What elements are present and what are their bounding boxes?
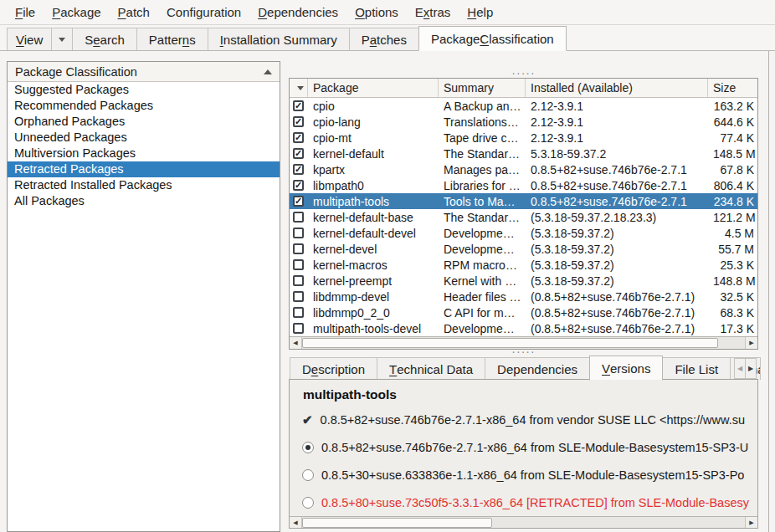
- scroll-right-icon[interactable]: ▶: [745, 517, 757, 529]
- menu-configuration[interactable]: Configuration: [158, 0, 249, 24]
- tab-patches[interactable]: Patches: [349, 28, 419, 50]
- scroll-right-icon[interactable]: ▶: [745, 337, 757, 349]
- tab-search[interactable]: Search: [72, 28, 137, 50]
- detail-tab-file-list[interactable]: File List: [662, 357, 731, 380]
- menu-file[interactable]: File: [7, 0, 44, 24]
- sidebar-header[interactable]: Package Classification: [8, 62, 280, 82]
- package-row-kernel-macros[interactable]: kernel-macrosRPM macro…(5.3.18-59.37.2)2…: [290, 257, 757, 273]
- content-frame-edge: [768, 51, 769, 532]
- menu-options[interactable]: Options: [346, 0, 407, 24]
- scrollbar-thumb[interactable]: [302, 518, 492, 528]
- package-row-kernel-preempt[interactable]: kernel-preemptKernel with …(5.3.18-59.37…: [290, 273, 757, 289]
- menu-bar: FilePackagePatchConfigurationDependencie…: [0, 0, 775, 25]
- detail-tab-description[interactable]: Description: [290, 357, 377, 380]
- package-row-cpio-lang[interactable]: ✓cpio-langTranslations…2.12-3.9.1644.6 K: [290, 114, 757, 130]
- detail-tab-dependencies[interactable]: Dependencies: [485, 357, 590, 380]
- scroll-left-icon[interactable]: ◀: [290, 517, 302, 529]
- package-row-kernel-default-base[interactable]: kernel-default-baseThe Standar…(5.3.18-5…: [290, 209, 757, 225]
- cell-summary: Developme…: [439, 322, 526, 335]
- sort-descending-icon: [297, 86, 304, 90]
- sidebar-item-all-packages[interactable]: All Packages: [8, 193, 280, 209]
- menu-extras[interactable]: Extras: [407, 0, 459, 24]
- package-row-cpio-mt[interactable]: ✓cpio-mtTape drive c…2.12-3.9.177.4 K: [290, 130, 757, 146]
- sidebar-item-retracted-packages[interactable]: Retracted Packages: [8, 161, 280, 177]
- package-row-libmpath0[interactable]: ✓libmpath0Libraries for …0.8.5+82+suse.7…: [290, 177, 757, 193]
- checkbox-checked-icon[interactable]: ✓: [293, 100, 304, 111]
- cell-size: 32.5 K: [708, 290, 757, 304]
- version-entry[interactable]: 0.8.5+30+suse.633836e-1.1-x86_64 from SL…: [290, 461, 757, 489]
- checkbox-unchecked-icon[interactable]: [293, 228, 304, 238]
- checkbox-checked-icon[interactable]: ✓: [293, 164, 304, 175]
- package-row-libdmmp-devel[interactable]: libdmmp-develHeader files …(0.8.5+82+sus…: [290, 289, 757, 304]
- column-header-size[interactable]: Size: [708, 79, 757, 97]
- checkbox-unchecked-icon[interactable]: [293, 275, 304, 286]
- package-table: PackageSummaryInstalled (Available)Size …: [289, 78, 758, 350]
- cell-size: 121.2 M: [708, 211, 757, 224]
- checkbox-unchecked-icon[interactable]: [293, 323, 304, 334]
- checkbox-unchecked-icon[interactable]: [293, 307, 304, 318]
- sidebar-item-multiversion-packages[interactable]: Multiversion Packages: [8, 146, 280, 161]
- column-header-package[interactable]: Package: [308, 79, 439, 97]
- detail-tab-versions[interactable]: Versions: [589, 356, 663, 381]
- tab-scroll-buttons: ◀ ▶: [734, 358, 756, 379]
- radio-selected-icon[interactable]: [302, 442, 314, 453]
- cell-installed: 0.8.5+82+suse.746b76e-2.7.1: [526, 163, 708, 176]
- menu-package[interactable]: Package: [44, 0, 109, 24]
- version-entry[interactable]: 0.8.5+82+suse.746b76e-2.7.1-x86_64 from …: [290, 433, 757, 461]
- radio-unselected-icon[interactable]: [302, 469, 314, 481]
- tab-scroll-left-icon[interactable]: ◀: [734, 358, 746, 379]
- checkbox-checked-icon[interactable]: ✓: [293, 116, 304, 127]
- splitter-handle-bottom[interactable]: ·····: [289, 349, 758, 356]
- column-header-summary[interactable]: Summary: [439, 79, 526, 97]
- checkbox-checked-icon[interactable]: ✓: [293, 148, 304, 159]
- checkbox-unchecked-icon[interactable]: [293, 243, 304, 254]
- package-row-kpartx[interactable]: ✓kpartxManages pa…0.8.5+82+suse.746b76e-…: [290, 161, 757, 177]
- menu-help[interactable]: Help: [459, 0, 501, 24]
- radio-unselected-icon[interactable]: [302, 497, 314, 509]
- cell-installed: (5.3.18-59.37.2): [526, 274, 708, 288]
- menu-dependencies[interactable]: Dependencies: [249, 0, 346, 24]
- package-row-kernel-default-devel[interactable]: kernel-default-develDevelopme…(5.3.18-59…: [290, 225, 757, 241]
- package-row-libdmmp0-2-0[interactable]: libdmmp0_2_0C API for m…(0.8.5+82+suse.7…: [290, 304, 757, 320]
- tab-package-classification[interactable]: Package Classification: [418, 26, 567, 51]
- tab-view[interactable]: View: [7, 28, 73, 50]
- checkbox-unchecked-icon[interactable]: [293, 291, 304, 302]
- sidebar-item-suggested-packages[interactable]: Suggested Packages: [8, 82, 280, 98]
- checkbox-checked-icon[interactable]: ✓: [293, 132, 304, 143]
- version-entry[interactable]: 0.8.5+80+suse.73c50f5-3.3.1-x86_64 [RETR…: [290, 489, 757, 516]
- package-table-body: ✓cpioA Backup an…2.12-3.9.1163.2 K✓cpio-…: [290, 98, 757, 336]
- package-row-multipath-tools-devel[interactable]: multipath-tools-develDevelopme…(0.8.5+82…: [290, 320, 757, 336]
- cell-summary: Developme…: [439, 243, 526, 256]
- checkbox-checked-icon[interactable]: ✓: [293, 180, 304, 191]
- scrollbar-track[interactable]: [302, 517, 745, 529]
- cell-size: 17.3 K: [708, 322, 757, 335]
- sidebar-item-recommended-packages[interactable]: Recommended Packages: [8, 98, 280, 114]
- chevron-down-icon[interactable]: [59, 38, 65, 42]
- sidebar-item-unneeded-packages[interactable]: Unneeded Packages: [8, 130, 280, 146]
- versions-hscrollbar[interactable]: ◀ ▶: [290, 516, 757, 529]
- tab-installation-summary[interactable]: Installation Summary: [208, 28, 350, 50]
- package-row-multipath-tools[interactable]: ✓multipath-toolsTools to Ma…0.8.5+82+sus…: [290, 193, 757, 209]
- cell-summary: Tape drive c…: [439, 131, 526, 145]
- version-text: 0.8.5+82+suse.746b76e-2.7.1-x86_64 from …: [321, 413, 745, 427]
- package-row-kernel-default[interactable]: ✓kernel-defaultThe Standar…5.3.18-59.37.…: [290, 146, 757, 161]
- sidebar-item-orphaned-packages[interactable]: Orphaned Packages: [8, 114, 280, 130]
- tab-patterns[interactable]: Patterns: [136, 28, 208, 50]
- column-header-installed-available-[interactable]: Installed (Available): [526, 79, 708, 97]
- cell-package: kernel-default-base: [308, 211, 439, 224]
- package-row-kernel-devel[interactable]: kernel-develDevelopme…(5.3.18-59.37.2)55…: [290, 241, 757, 257]
- tab-scroll-right-icon[interactable]: ▶: [745, 358, 757, 379]
- checkbox-checked-icon[interactable]: ✓: [293, 196, 304, 207]
- scroll-left-icon[interactable]: ◀: [290, 337, 302, 349]
- scrollbar-thumb[interactable]: [302, 338, 718, 348]
- splitter-handle-top[interactable]: ·····: [289, 70, 758, 77]
- cell-summary: Manages pa…: [439, 163, 526, 176]
- sidebar-item-retracted-installed-packages[interactable]: Retracted Installed Packages: [8, 177, 280, 193]
- menu-patch[interactable]: Patch: [110, 0, 158, 24]
- checkbox-unchecked-icon[interactable]: [293, 259, 304, 270]
- checkbox-unchecked-icon[interactable]: [293, 212, 304, 223]
- version-entry[interactable]: ✔0.8.5+82+suse.746b76e-2.7.1-x86_64 from…: [290, 406, 757, 433]
- detail-tab-technical-data[interactable]: Technical Data: [377, 357, 485, 380]
- package-row-cpio[interactable]: ✓cpioA Backup an…2.12-3.9.1163.2 K: [290, 98, 757, 114]
- column-header-status[interactable]: [290, 79, 308, 97]
